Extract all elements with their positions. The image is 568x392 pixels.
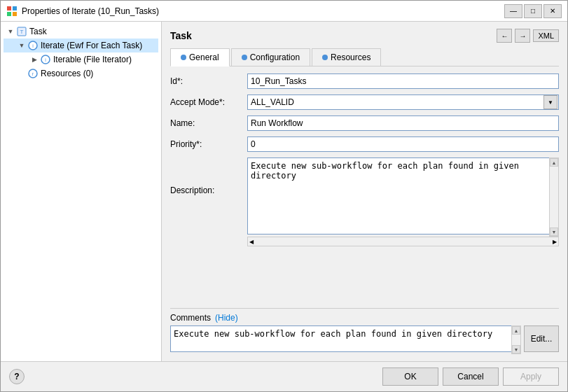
- priority-label: Priority*:: [170, 136, 247, 149]
- description-label: Description:: [170, 158, 247, 195]
- apply-button[interactable]: Apply: [503, 368, 559, 386]
- name-input[interactable]: [247, 115, 559, 131]
- tree-item-iterable[interactable]: ▶ i Iterable (File Iterator): [4, 52, 158, 66]
- comments-header: Comments (Hide): [170, 313, 559, 323]
- name-row: Name:: [170, 115, 559, 131]
- xml-button[interactable]: XML: [533, 29, 559, 42]
- id-label: Id*:: [170, 74, 247, 86]
- description-textarea[interactable]: Execute new sub-workflow for each plan f…: [247, 158, 559, 234]
- tab-general-dot: [181, 55, 186, 60]
- minimize-button[interactable]: —: [504, 4, 522, 18]
- comments-hide-link[interactable]: (Hide): [215, 313, 238, 323]
- comments-textarea-wrapper: Execute new sub-workflow for each plan f…: [170, 326, 521, 354]
- scroll-up-icon[interactable]: ▲: [550, 158, 558, 167]
- content-area: ▼ T Task ▼ i Iterate (Ewf: [1, 22, 567, 361]
- accept-mode-row: Accept Mode*: ALL_VALID ANY_VALID NONE ▼: [170, 94, 559, 110]
- tree-label-iterable: Iterable (File Iterator): [53, 55, 132, 64]
- description-scrollbar[interactable]: ▲ ▼: [549, 158, 559, 237]
- tab-resources-dot: [322, 55, 328, 60]
- iterate-icon: i: [27, 40, 39, 51]
- close-button[interactable]: ✕: [543, 4, 562, 18]
- tree-label-task: Task: [29, 27, 47, 36]
- svg-rect-0: [7, 6, 11, 10]
- panel-title-text: Task: [170, 30, 192, 41]
- panel-header: Task ← → XML: [170, 29, 559, 43]
- tab-general[interactable]: General: [170, 48, 230, 66]
- comments-label: Comments: [170, 313, 211, 323]
- tab-configuration-label: Configuration: [250, 52, 300, 62]
- app-icon: [6, 6, 18, 17]
- help-button[interactable]: ?: [9, 369, 25, 384]
- comments-scroll-down-icon[interactable]: ▼: [512, 345, 520, 354]
- tab-configuration-dot: [242, 55, 247, 60]
- tree-label-iterate: Iterate (Ewf For Each Task): [41, 41, 142, 50]
- id-control: [247, 74, 559, 89]
- resources-icon: r: [27, 68, 39, 79]
- accept-mode-select[interactable]: ALL_VALID ANY_VALID NONE: [247, 94, 559, 110]
- bottom-buttons: OK Cancel Apply: [382, 368, 559, 386]
- description-row: Description: Execute new sub-workflow fo…: [170, 158, 559, 246]
- tree-label-resources: Resources (0): [41, 69, 93, 78]
- svg-text:T: T: [20, 29, 24, 35]
- bottom-bar: ? OK Cancel Apply: [1, 361, 567, 391]
- tree-item-resources[interactable]: ▶ r Resources (0): [4, 66, 158, 80]
- nav-fwd-button[interactable]: →: [515, 29, 530, 43]
- expand-task[interactable]: ▼: [5, 26, 16, 37]
- tree-item-iterate[interactable]: ▼ i Iterate (Ewf For Each Task): [4, 38, 158, 52]
- tab-resources-label: Resources: [331, 52, 370, 62]
- accept-mode-control: ALL_VALID ANY_VALID NONE ▼: [247, 94, 559, 110]
- form-area: Id*: Accept Mode*: ALL_VALID ANY_VALID N…: [170, 74, 559, 302]
- window-controls: — □ ✕: [504, 4, 562, 18]
- comments-textarea[interactable]: Execute new sub-workflow for each plan f…: [170, 326, 521, 352]
- tree-panel: ▼ T Task ▼ i Iterate (Ewf: [1, 22, 162, 361]
- maximize-button[interactable]: □: [524, 4, 542, 18]
- priority-control: [247, 136, 559, 152]
- comments-scrollbar[interactable]: ▲ ▼: [511, 326, 521, 354]
- tree-item-task[interactable]: ▼ T Task: [4, 24, 158, 38]
- nav-back-button[interactable]: ←: [497, 29, 512, 43]
- description-control: Execute new sub-workflow for each plan f…: [247, 158, 559, 246]
- priority-input[interactable]: [247, 136, 559, 152]
- comments-edit-button[interactable]: Edit...: [524, 326, 559, 352]
- panel-nav: ← → XML: [497, 29, 559, 43]
- right-panel: Task ← → XML General Configuration: [162, 22, 567, 361]
- tab-bar: General Configuration Resources: [170, 48, 559, 66]
- cancel-button[interactable]: Cancel: [443, 368, 499, 386]
- expand-iterate[interactable]: ▼: [16, 40, 27, 51]
- id-input[interactable]: [247, 74, 559, 89]
- ok-button[interactable]: OK: [382, 368, 438, 386]
- tab-resources[interactable]: Resources: [312, 48, 381, 66]
- scroll-down-icon[interactable]: ▼: [550, 227, 558, 236]
- iterable-icon: i: [40, 54, 51, 65]
- svg-rect-1: [13, 6, 17, 10]
- accept-mode-label: Accept Mode*:: [170, 94, 247, 107]
- description-textarea-wrapper: Execute new sub-workflow for each plan f…: [247, 158, 559, 237]
- task-icon: T: [16, 26, 27, 37]
- name-label: Name:: [170, 115, 247, 128]
- title-bar: Properties of Iterate (10_Run_Tasks) — □…: [1, 1, 567, 22]
- comments-scroll-up-icon[interactable]: ▲: [512, 326, 520, 335]
- main-window: Properties of Iterate (10_Run_Tasks) — □…: [0, 0, 568, 392]
- id-row: Id*:: [170, 74, 559, 89]
- scroll-left-icon[interactable]: ◀: [248, 239, 255, 245]
- accept-mode-select-wrapper: ALL_VALID ANY_VALID NONE ▼: [247, 94, 559, 110]
- tab-configuration[interactable]: Configuration: [231, 48, 310, 66]
- comments-section: Comments (Hide) Execute new sub-workflow…: [170, 308, 559, 354]
- name-control: [247, 115, 559, 131]
- scroll-right-icon[interactable]: ▶: [551, 239, 558, 245]
- window-title: Properties of Iterate (10_Run_Tasks): [22, 6, 504, 16]
- comments-input-wrapper: Execute new sub-workflow for each plan f…: [170, 326, 559, 354]
- tab-general-label: General: [189, 52, 219, 62]
- svg-rect-2: [7, 12, 11, 16]
- priority-row: Priority*:: [170, 136, 559, 152]
- description-hscrollbar[interactable]: ◀ ▶: [247, 237, 559, 246]
- expand-iterable[interactable]: ▶: [29, 54, 40, 65]
- svg-rect-3: [13, 12, 17, 16]
